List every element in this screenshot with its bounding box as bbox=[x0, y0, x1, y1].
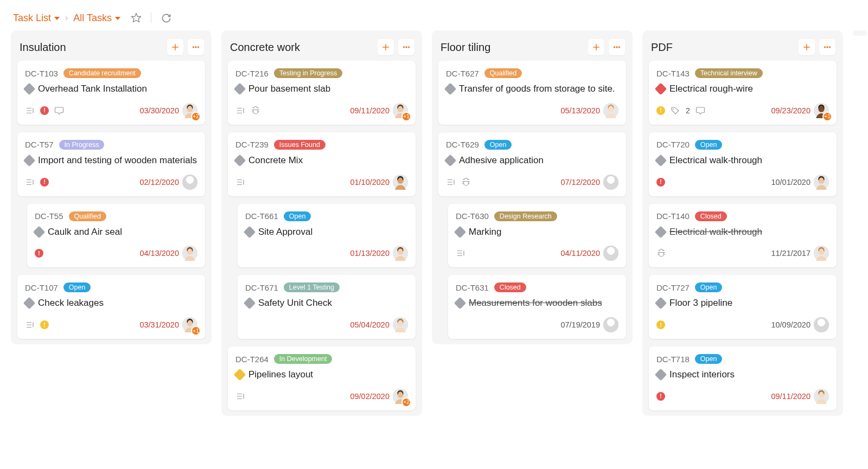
card-title: Inspect interiors bbox=[669, 368, 735, 381]
add-card-button[interactable] bbox=[378, 39, 394, 55]
card-footer: 07/19/2019 bbox=[456, 317, 618, 332]
card-id: DC-T718 bbox=[656, 355, 690, 364]
plus-icon bbox=[381, 42, 391, 52]
card-footer: 09/11/2020 +1 bbox=[235, 103, 408, 118]
card-id: DC-T103 bbox=[25, 69, 58, 78]
column-more-button[interactable] bbox=[819, 39, 835, 55]
priority-diamond-icon bbox=[655, 226, 667, 238]
card-id: DC-T107 bbox=[25, 283, 58, 292]
add-card-button[interactable] bbox=[588, 39, 604, 55]
card-list: DC-T627 Qualified Transfer of goods from… bbox=[432, 61, 633, 339]
task-card[interactable]: DC-T727 Open Floor 3 pipeline 10/09/2020 bbox=[649, 275, 837, 339]
card-footer-right: 09/02/2020 +2 bbox=[350, 389, 408, 404]
column-header: Floor tiling bbox=[432, 30, 633, 61]
task-card[interactable]: DC-T143 Technical interview Electrical r… bbox=[649, 61, 837, 125]
card-footer: 01/13/2020 bbox=[245, 246, 408, 261]
card-footer-left bbox=[446, 177, 555, 187]
breadcrumb-task-list[interactable]: Task List bbox=[13, 12, 60, 24]
status-pill: Open bbox=[484, 140, 512, 150]
favorite-button[interactable] bbox=[130, 12, 142, 24]
column-actions bbox=[167, 39, 204, 55]
task-card[interactable]: DC-T140 Closed Electrical walk-through 1… bbox=[649, 204, 837, 268]
status-pill: Open bbox=[695, 282, 723, 292]
board-column: Concrete work DC-T216 Testing in Progres… bbox=[221, 30, 422, 416]
due-date: 10/01/2020 bbox=[771, 178, 810, 187]
card-list: DC-T143 Technical interview Electrical r… bbox=[642, 61, 843, 410]
avatar bbox=[393, 317, 408, 332]
column-more-button[interactable] bbox=[398, 39, 414, 55]
due-date: 03/30/2020 bbox=[139, 106, 179, 115]
priority-diamond-icon bbox=[23, 297, 36, 310]
task-card[interactable]: DC-T239 Issues Found Concrete Mix 01/10/… bbox=[228, 132, 416, 196]
task-card[interactable]: DC-T57 In Progress Import and testing of… bbox=[17, 132, 205, 196]
avatar bbox=[603, 175, 618, 190]
column-more-button[interactable] bbox=[609, 39, 625, 55]
avatar bbox=[393, 175, 408, 190]
card-header: DC-T671 Level 1 Testing bbox=[245, 282, 408, 292]
task-card[interactable]: DC-T107 Open Check leakages 03/31/2020 +… bbox=[17, 275, 205, 339]
subtasks-icon bbox=[25, 320, 35, 330]
card-title: Site Approval bbox=[258, 226, 312, 239]
column-header: Insulation bbox=[11, 30, 212, 61]
add-card-button[interactable] bbox=[799, 39, 815, 55]
avatar-count-badge: +1 bbox=[401, 112, 411, 121]
card-title: Floor 3 pipeline bbox=[669, 297, 732, 310]
avatar bbox=[182, 246, 197, 261]
task-card[interactable]: DC-T103 Candidate recruitment Overhead T… bbox=[17, 61, 205, 125]
card-footer-left bbox=[35, 249, 134, 258]
card-footer-left bbox=[25, 106, 134, 115]
card-footer: 02/12/2020 bbox=[25, 175, 197, 190]
card-header: DC-T631 Closed bbox=[456, 282, 618, 292]
avatar: +1 bbox=[393, 103, 408, 118]
task-card[interactable]: DC-T627 Qualified Transfer of goods from… bbox=[438, 61, 626, 125]
refresh-button[interactable] bbox=[160, 12, 172, 24]
card-footer: 04/13/2020 bbox=[35, 246, 197, 261]
column-more-button[interactable] bbox=[188, 39, 204, 55]
priority-dot-icon bbox=[656, 320, 665, 329]
card-id: DC-T631 bbox=[456, 283, 489, 292]
card-title: Adhesive application bbox=[459, 154, 544, 167]
task-card[interactable]: DC-T264 In Development Pipelines layout … bbox=[228, 346, 416, 410]
card-header: DC-T143 Technical interview bbox=[656, 68, 829, 78]
card-title-row: Check leakages bbox=[25, 297, 197, 310]
task-card[interactable]: DC-T630 Design Research Marking 04/11/20… bbox=[448, 204, 626, 268]
add-card-button[interactable] bbox=[167, 39, 183, 55]
status-pill: Open bbox=[284, 211, 311, 221]
column-actions bbox=[378, 39, 414, 55]
column-header: Concrete work bbox=[221, 30, 422, 61]
task-card[interactable]: DC-T720 Open Electrical walk-through 10/… bbox=[649, 132, 837, 196]
task-card[interactable]: DC-T629 Open Adhesive application 07/12/… bbox=[438, 132, 626, 196]
status-pill: In Development bbox=[274, 354, 333, 364]
priority-diamond-icon bbox=[655, 369, 667, 381]
tag-count: 2 bbox=[686, 106, 690, 115]
board-column-partial bbox=[853, 30, 867, 36]
task-card[interactable]: DC-T718 Open Inspect interiors 09/11/202… bbox=[649, 346, 837, 410]
card-header: DC-T720 Open bbox=[656, 140, 829, 150]
card-title-row: Import and testing of wooden materials bbox=[25, 154, 197, 167]
column-title: Floor tiling bbox=[441, 41, 588, 54]
card-footer: 05/13/2020 bbox=[446, 103, 618, 118]
task-card[interactable]: DC-T631 Closed Measurements for wooden s… bbox=[448, 275, 626, 339]
card-footer-left bbox=[25, 320, 134, 330]
breadcrumb-all-tasks[interactable]: All Tasks bbox=[73, 12, 120, 24]
priority-dot-icon bbox=[40, 106, 49, 115]
priority-diamond-icon bbox=[454, 297, 467, 310]
due-date: 05/04/2020 bbox=[350, 320, 390, 329]
task-card[interactable]: DC-T216 Testing in Progress Pour basemen… bbox=[228, 61, 416, 125]
card-footer: 10/01/2020 bbox=[656, 175, 829, 190]
status-pill: Qualified bbox=[69, 211, 106, 221]
card-footer: 05/04/2020 bbox=[245, 317, 408, 332]
task-card[interactable]: DC-T661 Open Site Approval 01/13/2020 bbox=[238, 204, 416, 268]
priority-dot-icon bbox=[35, 249, 43, 258]
card-title: Concrete Mix bbox=[248, 154, 303, 167]
card-title-row: Measurements for wooden slabs bbox=[456, 297, 618, 310]
card-title-row: Pour basement slab bbox=[235, 82, 408, 95]
card-title-row: Transfer of goods from storage to site. bbox=[446, 82, 618, 95]
card-title: Transfer of goods from storage to site. bbox=[459, 82, 615, 95]
column-title: Concrete work bbox=[230, 41, 378, 54]
task-card[interactable]: DC-T671 Level 1 Testing Safety Unit Chec… bbox=[238, 275, 416, 339]
task-card[interactable]: DC-T55 Qualified Caulk and Air seal 04/1… bbox=[27, 204, 205, 268]
card-title: Overhead Tank Installation bbox=[38, 82, 147, 95]
priority-diamond-icon bbox=[234, 369, 246, 381]
avatar bbox=[603, 317, 618, 332]
